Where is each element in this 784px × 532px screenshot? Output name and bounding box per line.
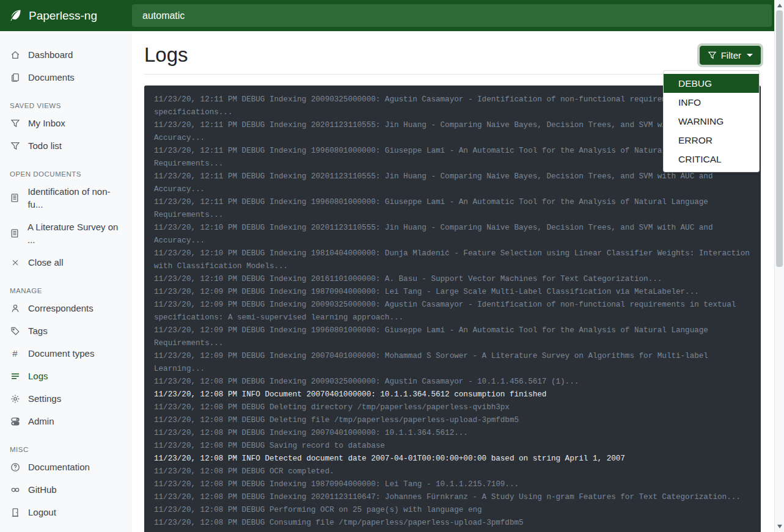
log-line: 11/23/20, 12:09 PM DEBUG Indexing 198709… <box>154 286 751 299</box>
person-icon <box>10 303 20 313</box>
log-line: 11/23/20, 12:09 PM DEBUG Indexing 200704… <box>154 350 751 376</box>
feather-logo-icon <box>9 9 23 23</box>
log-line: 11/23/20, 12:08 PM DEBUG Deleting direct… <box>154 401 751 414</box>
funnel-icon <box>10 140 20 151</box>
filter-button-label: Filter <box>721 50 741 60</box>
log-line: 11/23/20, 12:11 PM DEBUG Indexing 200903… <box>154 93 751 119</box>
sidebar-item-open-document-1[interactable]: Identification of non-fu... <box>0 180 132 216</box>
question-circle-icon <box>10 462 20 472</box>
log-line: 11/23/20, 12:08 PM DEBUG Indexing 200704… <box>154 427 751 440</box>
sidebar-item-dashboard[interactable]: Dashboard <box>0 43 132 66</box>
log-line: 11/23/20, 12:11 PM DEBUG Indexing 202011… <box>154 170 751 196</box>
hash-icon: # <box>10 348 20 359</box>
log-line: 11/23/20, 12:08 PM DEBUG Consuming file … <box>154 517 751 530</box>
funnel-icon <box>10 118 20 128</box>
sidebar-section-manage: MANAGE <box>10 287 122 294</box>
window-scrollbar-thumb[interactable] <box>776 10 783 267</box>
link-icon <box>10 484 20 495</box>
documents-icon <box>10 72 20 82</box>
sidebar-item-todo-list[interactable]: Todo list <box>0 134 132 157</box>
door-icon <box>10 507 20 517</box>
log-line: 11/23/20, 12:11 PM DEBUG Indexing 199608… <box>154 145 751 170</box>
gear-icon <box>10 393 20 404</box>
sidebar-item-my-inbox[interactable]: My Inbox <box>0 112 132 134</box>
sidebar-item-admin[interactable]: Admin <box>0 410 132 432</box>
sidebar-section-misc: MISC <box>10 446 122 453</box>
log-line: 11/23/20, 12:08 PM DEBUG Deleting file /… <box>154 414 751 427</box>
log-line: 11/23/20, 12:08 PM DEBUG Performing OCR … <box>154 504 751 517</box>
close-icon <box>10 257 20 268</box>
file-text-icon <box>10 228 20 239</box>
window-scrollbar[interactable] <box>774 0 784 532</box>
log-line: 11/23/20, 12:08 PM DEBUG Indexing 202011… <box>154 491 751 504</box>
log-line: 11/23/20, 12:08 PM DEBUG Indexing 198709… <box>154 478 751 491</box>
log-line: 11/23/20, 12:08 PM DEBUG Saving record t… <box>154 440 751 453</box>
search-input[interactable] <box>132 4 772 27</box>
tag-icon <box>10 326 20 336</box>
log-line: 11/23/20, 12:11 PM DEBUG Indexing 199608… <box>154 196 751 222</box>
brand-label: Paperless-ng <box>29 9 97 23</box>
sidebar-item-logout[interactable]: Logout <box>0 501 132 523</box>
funnel-icon <box>708 51 717 60</box>
sidebar-item-open-document-2[interactable]: A Literature Survey on ... <box>0 216 132 251</box>
sidebar-item-document-types[interactable]: # Document types <box>0 342 132 365</box>
sidebar-item-correspondents[interactable]: Correspondents <box>0 297 132 319</box>
log-line: 11/23/20, 12:09 PM DEBUG Indexing 199608… <box>154 324 751 350</box>
dropdown-item-error[interactable]: ERROR <box>664 131 759 150</box>
dropdown-item-info[interactable]: INFO <box>664 93 759 112</box>
toggles-icon <box>10 416 20 426</box>
scroll-up-icon[interactable] <box>777 4 782 7</box>
log-line: 11/23/20, 12:08 PM INFO Detected documen… <box>154 453 751 465</box>
log-line: 11/23/20, 12:11 PM DEBUG Indexing 202011… <box>154 119 751 145</box>
app-window: Paperless-ng Dashboard Documents SAVED V… <box>0 0 784 532</box>
dropdown-item-critical[interactable]: CRITICAL <box>664 150 759 169</box>
filter-button[interactable]: Filter <box>700 46 761 65</box>
log-line: 11/23/20, 12:08 PM INFO Document 2007040… <box>154 388 751 401</box>
sidebar-item-github[interactable]: GitHub <box>0 478 132 501</box>
top-navbar: Paperless-ng <box>0 0 774 31</box>
log-line: 11/23/20, 12:08 PM DEBUG Indexing 200903… <box>154 376 751 388</box>
sidebar-item-settings[interactable]: Settings <box>0 387 132 410</box>
dropdown-item-warning[interactable]: WARNING <box>664 112 759 131</box>
sidebar-item-documentation[interactable]: Documentation <box>0 456 132 478</box>
log-line: 11/23/20, 12:09 PM DEBUG Indexing 200903… <box>154 299 751 324</box>
list-icon <box>10 371 20 381</box>
log-line: 11/23/20, 12:10 PM DEBUG Indexing 198104… <box>154 247 751 273</box>
log-line: 11/23/20, 12:10 PM DEBUG Indexing 202011… <box>154 222 751 247</box>
sidebar: Dashboard Documents SAVED VIEWS My Inbox… <box>0 31 132 532</box>
sidebar-item-tags[interactable]: Tags <box>0 319 132 342</box>
log-line: 11/23/20, 12:10 PM DEBUG Indexing 201611… <box>154 273 751 286</box>
brand[interactable]: Paperless-ng <box>0 9 132 23</box>
log-line: 11/23/20, 12:08 PM DEBUG OCR completed. <box>154 465 751 478</box>
sidebar-item-logs[interactable]: Logs <box>0 365 132 387</box>
file-text-icon <box>10 193 20 203</box>
home-icon <box>10 49 20 60</box>
sidebar-section-saved-views: SAVED VIEWS <box>10 102 122 109</box>
dropdown-item-debug[interactable]: DEBUG <box>664 74 759 93</box>
sidebar-item-close-all[interactable]: Close all <box>0 251 132 274</box>
filter-dropdown-menu: DEBUG INFO WARNING ERROR CRITICAL <box>663 70 760 172</box>
sidebar-section-open-documents: OPEN DOCUMENTS <box>10 170 122 178</box>
page-title: Logs <box>144 42 188 68</box>
scroll-down-icon[interactable] <box>777 525 782 528</box>
sidebar-item-documents[interactable]: Documents <box>0 66 132 89</box>
caret-down-icon <box>747 54 753 57</box>
